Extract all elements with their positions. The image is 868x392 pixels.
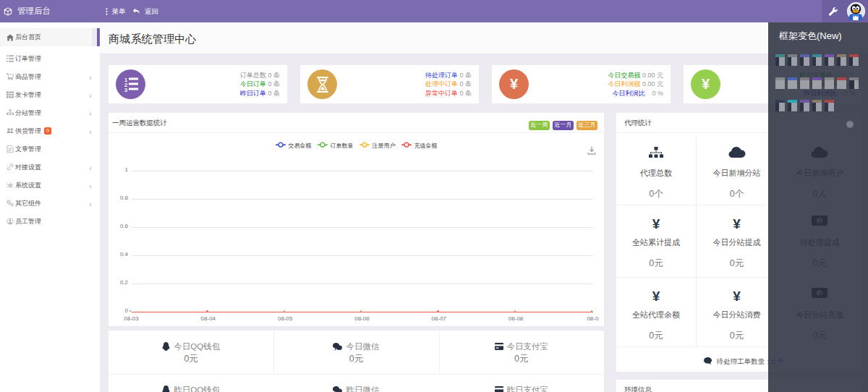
svg-text:3: 3 — [124, 87, 127, 92]
